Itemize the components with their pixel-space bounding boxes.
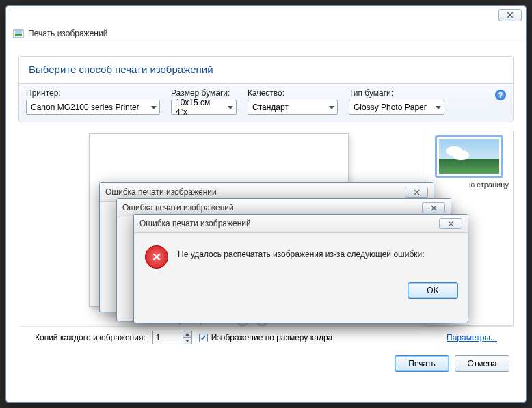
print-pictures-icon (13, 28, 24, 39)
paper-size-group: Размер бумаги: 10x15 см 4"x (171, 88, 237, 115)
parameters-link[interactable]: Параметры... (447, 333, 497, 342)
error-dialog-titlebar: Ошибка печати изображений (134, 215, 468, 233)
error-dialog-close-button[interactable] (422, 202, 445, 213)
copies-spinner (152, 331, 192, 344)
error-dialog-ok-button[interactable]: OK (408, 282, 458, 299)
printer-value: Canon MG2100 series Printer (31, 103, 139, 112)
error-dialog-front: Ошибка печати изображений Не удалось рас… (133, 214, 468, 323)
printer-dropdown[interactable]: Canon MG2100 series Printer (26, 100, 160, 115)
cancel-button[interactable]: Отмена (455, 355, 509, 372)
error-dialog-title: Ошибка печати изображений (122, 203, 234, 213)
page-heading: Выберите способ печати изображений (29, 64, 503, 75)
window-header: Печать изображений (6, 25, 526, 42)
outer-titlebar (6, 6, 526, 25)
layout-thumbnail[interactable] (435, 135, 503, 178)
error-dialog-actions: OK (134, 275, 468, 308)
print-button[interactable]: Печать (395, 355, 449, 372)
options-band: Выберите способ печати изображений Принт… (18, 56, 514, 122)
fit-frame-checkbox[interactable] (199, 334, 208, 342)
options-row: Принтер: Canon MG2100 series Printer Раз… (19, 83, 513, 122)
close-icon (448, 221, 454, 227)
error-icon (145, 245, 168, 269)
cancel-button-label: Отмена (467, 359, 496, 368)
close-icon (507, 12, 514, 18)
copies-left: Копий каждого изображения: Изображение п… (35, 331, 332, 344)
chevron-down-icon (151, 106, 157, 109)
error-dialog-body: Не удалось распечатать изображения из-за… (134, 233, 468, 275)
copies-label: Копий каждого изображения: (35, 333, 146, 342)
action-row: Печать Отмена (6, 349, 526, 372)
paper-type-value: Glossy Photo Paper (354, 103, 427, 112)
band-heading: Выберите способ печати изображений (19, 57, 513, 83)
window-close-button[interactable] (498, 9, 522, 21)
close-icon (431, 205, 437, 211)
paper-type-label: Тип бумаги: (349, 88, 444, 98)
layout-label: ю страницу (429, 180, 509, 189)
copies-down-button[interactable] (183, 338, 192, 344)
svg-rect-2 (15, 34, 22, 36)
print-button-label: Печать (408, 359, 435, 368)
error-dialog-close-button[interactable] (439, 218, 462, 229)
printer-group: Принтер: Canon MG2100 series Printer (26, 88, 160, 115)
quality-dropdown[interactable]: Стандарт (248, 100, 338, 115)
fit-frame-label: Изображение по размеру кадра (211, 333, 332, 342)
help-icon[interactable]: ? (495, 90, 506, 100)
window-title: Печать изображений (28, 29, 107, 38)
paper-type-group: Тип бумаги: Glossy Photo Paper (349, 88, 444, 115)
fit-frame-group: Изображение по размеру кадра (199, 333, 332, 342)
error-dialog-title: Ошибка печати изображений (139, 219, 251, 228)
quality-value: Стандарт (252, 103, 289, 112)
copies-input[interactable] (152, 331, 181, 344)
error-dialog-title: Ошибка печати изображений (105, 187, 217, 197)
landscape-photo-icon (439, 139, 499, 174)
error-dialog-close-button[interactable] (405, 187, 428, 198)
ok-button-label: OK (427, 286, 438, 295)
quality-label: Качество: (248, 88, 338, 98)
copies-row: Копий каждого изображения: Изображение п… (18, 326, 514, 349)
paper-type-dropdown[interactable]: Glossy Photo Paper (349, 100, 444, 115)
close-icon (414, 189, 420, 195)
paper-size-dropdown[interactable]: 10x15 см 4"x (171, 100, 237, 115)
printer-label: Принтер: (26, 88, 160, 98)
chevron-down-icon (329, 106, 334, 109)
error-dialog-message: Не удалось распечатать изображения из-за… (178, 245, 425, 269)
chevron-down-icon (228, 106, 233, 109)
quality-group: Качество: Стандарт (248, 88, 338, 115)
copies-spin-buttons (183, 331, 192, 344)
paper-size-value: 10x15 см 4"x (176, 98, 224, 117)
chevron-down-icon (436, 106, 441, 109)
copies-up-button[interactable] (183, 331, 192, 338)
paper-size-label: Размер бумаги: (171, 88, 237, 98)
